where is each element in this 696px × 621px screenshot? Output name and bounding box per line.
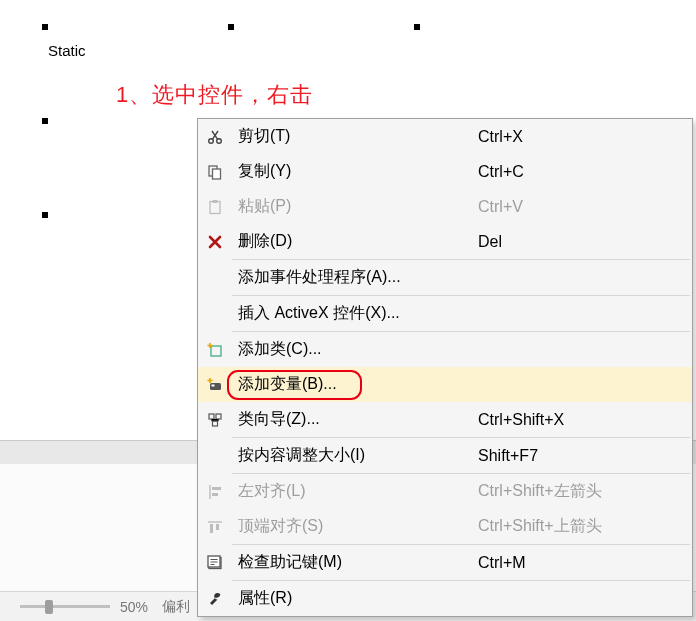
menu-item[interactable]: 属性(R) (198, 581, 692, 616)
svg-rect-9 (209, 414, 214, 419)
menu-item[interactable]: 剪切(T)Ctrl+X (198, 119, 692, 154)
menu-item-shortcut: Ctrl+Shift+左箭头 (478, 481, 602, 502)
menu-item[interactable]: 添加类(C)... (198, 332, 692, 367)
menu-item: 粘贴(P)Ctrl+V (198, 189, 692, 224)
static-control-label[interactable]: Static (48, 42, 86, 59)
align-top-icon (198, 519, 232, 535)
selection-handle[interactable] (42, 118, 48, 124)
menu-item[interactable]: 添加变量(B)... (198, 367, 692, 402)
properties-icon (198, 591, 232, 607)
class-wizard-icon (198, 412, 232, 428)
menu-item-label: 左对齐(L) (232, 481, 306, 502)
menu-item-label: 顶端对齐(S) (232, 516, 323, 537)
menu-item-label: 剪切(T) (232, 126, 290, 147)
svg-rect-4 (210, 201, 220, 213)
selection-handle[interactable] (42, 24, 48, 30)
menu-item-shortcut: Shift+F7 (478, 447, 538, 465)
menu-item-label: 复制(Y) (232, 161, 291, 182)
cut-icon (198, 129, 232, 145)
svg-rect-15 (216, 524, 219, 530)
annotation-text: 1、选中控件，右击 (116, 80, 313, 110)
menu-item-label: 检查助记键(M) (232, 552, 342, 573)
zoom-percent: 50% (120, 599, 148, 615)
svg-point-1 (217, 138, 222, 143)
menu-item[interactable]: 复制(Y)Ctrl+C (198, 154, 692, 189)
copy-icon (198, 164, 232, 180)
menu-item-shortcut: Del (478, 233, 502, 251)
check-mnemonic-icon (198, 555, 232, 571)
menu-item[interactable]: 删除(D)Del (198, 224, 692, 259)
menu-item-shortcut: Ctrl+C (478, 163, 524, 181)
svg-rect-6 (211, 346, 221, 356)
menu-item[interactable]: 类向导(Z)...Ctrl+Shift+X (198, 402, 692, 437)
zoom-label: 偏利 (162, 598, 190, 616)
menu-item-shortcut: Ctrl+X (478, 128, 523, 146)
add-variable-icon (198, 377, 232, 393)
svg-rect-5 (213, 200, 218, 203)
menu-item-label: 类向导(Z)... (232, 409, 320, 430)
menu-item-shortcut: Ctrl+Shift+X (478, 411, 564, 429)
svg-rect-8 (212, 384, 215, 386)
svg-rect-13 (212, 493, 218, 496)
menu-item-label: 插入 ActiveX 控件(X)... (232, 303, 400, 324)
svg-rect-14 (210, 524, 213, 533)
selection-handle[interactable] (228, 24, 234, 30)
menu-item-label: 添加事件处理程序(A)... (232, 267, 401, 288)
svg-point-0 (209, 138, 214, 143)
menu-item-shortcut: Ctrl+V (478, 198, 523, 216)
menu-item-shortcut: Ctrl+M (478, 554, 526, 572)
menu-item[interactable]: 按内容调整大小(I)Shift+F7 (198, 438, 692, 473)
svg-rect-3 (213, 169, 221, 179)
menu-item-label: 粘贴(P) (232, 196, 291, 217)
svg-rect-10 (216, 414, 221, 419)
menu-item-label: 添加类(C)... (232, 339, 322, 360)
zoom-slider[interactable] (20, 605, 110, 608)
menu-item-shortcut: Ctrl+Shift+上箭头 (478, 516, 602, 537)
menu-item[interactable]: 添加事件处理程序(A)... (198, 260, 692, 295)
delete-icon (198, 234, 232, 250)
paste-icon (198, 199, 232, 215)
selection-handle[interactable] (42, 212, 48, 218)
menu-item: 顶端对齐(S)Ctrl+Shift+上箭头 (198, 509, 692, 544)
menu-item: 左对齐(L)Ctrl+Shift+左箭头 (198, 474, 692, 509)
zoom-slider-thumb[interactable] (45, 600, 53, 614)
menu-item-label: 添加变量(B)... (232, 374, 337, 395)
add-class-icon (198, 342, 232, 358)
menu-item-label: 删除(D) (232, 231, 292, 252)
svg-rect-12 (212, 487, 221, 490)
svg-rect-11 (213, 421, 218, 426)
selection-handle[interactable] (414, 24, 420, 30)
menu-item[interactable]: 检查助记键(M)Ctrl+M (198, 545, 692, 580)
menu-item-label: 属性(R) (232, 588, 292, 609)
menu-item[interactable]: 插入 ActiveX 控件(X)... (198, 296, 692, 331)
context-menu[interactable]: 剪切(T)Ctrl+X复制(Y)Ctrl+C粘贴(P)Ctrl+V删除(D)De… (197, 118, 693, 617)
align-left-icon (198, 484, 232, 500)
menu-item-label: 按内容调整大小(I) (232, 445, 365, 466)
